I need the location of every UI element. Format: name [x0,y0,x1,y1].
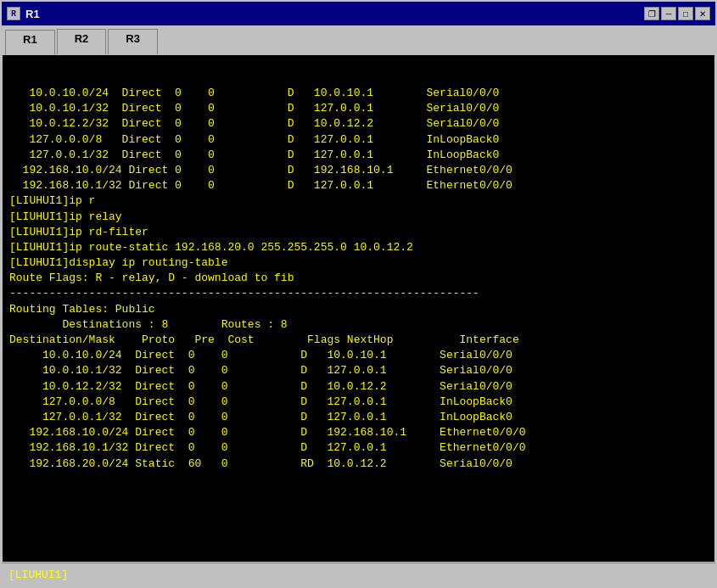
terminal-line: 10.0.12.2/32 Direct 0 0 D 10.0.12.2 Seri… [9,116,708,132]
restore-button[interactable]: ❐ [644,7,659,20]
window-title: R1 [25,8,40,20]
bottom-bar: [LIUHUI1] [2,563,715,586]
terminal-line: 127.0.0.1/32 Direct 0 0 D 127.0.0.1 InLo… [9,410,708,425]
terminal-line: Route Flags: R - relay, D - download to … [9,271,708,286]
terminal-line: 127.0.0.0/8 Direct 0 0 D 127.0.0.1 InLoo… [9,132,708,148]
window-icon: R [7,7,20,20]
terminal-line: 192.168.10.1/32 Direct 0 0 D 127.0.0.1 E… [9,440,708,456]
maximize-button[interactable]: □ [678,7,693,20]
close-button[interactable]: ✕ [695,7,710,20]
terminal-line: 192.168.10.0/24 Direct 0 0 D 192.168.10.… [9,425,708,440]
title-bar-left: R R1 [7,7,40,20]
minimize-button[interactable]: ─ [661,7,676,20]
command-prompt: [LIUHUI1] [8,568,68,581]
main-window: R R1 ❐ ─ □ ✕ R1 R2 R3 10.0.10.0/24 Direc… [0,0,717,588]
terminal-line: 10.0.10.1/32 Direct 0 0 D 127.0.0.1 Seri… [9,363,708,378]
terminal-line: [LIUHUI1]display ip routing-table [9,255,708,271]
terminal-line: 192.168.20.0/24 Static 60 0 RD 10.0.12.2… [9,456,708,472]
terminal-line: Destinations : 8 Routes : 8 [9,317,708,333]
terminal-line: 192.168.10.0/24 Direct 0 0 D 192.168.10.… [9,163,708,178]
terminal-line: 10.0.10.0/24 Direct 0 0 D 10.0.10.1 Seri… [9,348,708,363]
title-bar: R R1 ❐ ─ □ ✕ [2,2,715,25]
tab-bar: R1 R2 R3 [2,25,715,54]
terminal-output[interactable]: 10.0.10.0/24 Direct 0 0 D 10.0.10.1 Seri… [3,55,714,562]
terminal-container: 10.0.10.0/24 Direct 0 0 D 10.0.10.1 Seri… [2,54,715,563]
terminal-line: 192.168.10.1/32 Direct 0 0 D 127.0.0.1 E… [9,178,708,193]
terminal-line: 127.0.0.1/32 Direct 0 0 D 127.0.0.1 InLo… [9,148,708,163]
tab-r2[interactable]: R2 [57,29,107,54]
terminal-line: [LIUHUI1]ip rd-filter [9,225,708,240]
window-controls: ❐ ─ □ ✕ [644,7,710,20]
terminal-line: [LIUHUI1]ip relay [9,210,708,225]
terminal-line: [LIUHUI1]ip r [9,193,708,209]
terminal-line: 10.0.10.0/24 Direct 0 0 D 10.0.10.1 Seri… [9,86,708,101]
terminal-line: Routing Tables: Public [9,302,708,317]
terminal-line: [LIUHUI1]ip route-static 192.168.20.0 25… [9,240,708,255]
terminal-line: 10.0.10.1/32 Direct 0 0 D 127.0.0.1 Seri… [9,101,708,116]
tab-r1[interactable]: R1 [5,30,55,55]
terminal-line: 127.0.0.0/8 Direct 0 0 D 127.0.0.1 InLoo… [9,395,708,410]
terminal-line: 10.0.12.2/32 Direct 0 0 D 10.0.12.2 Seri… [9,379,708,395]
tab-r3[interactable]: R3 [108,29,158,54]
terminal-line: ----------------------------------------… [9,286,708,301]
terminal-line: Destination/Mask Proto Pre Cost Flags Ne… [9,333,708,348]
